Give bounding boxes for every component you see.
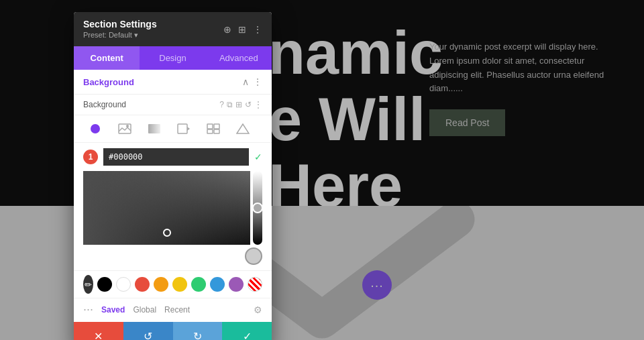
swatch-orange[interactable]: [154, 277, 168, 292]
swatch-striped[interactable]: [248, 277, 262, 292]
svg-point-2: [126, 125, 129, 127]
color-picker-canvas[interactable]: [83, 171, 262, 245]
panel-header-left: Section Settings Preset: Default ▾: [83, 19, 157, 40]
swatch-green[interactable]: [191, 277, 206, 292]
alpha-circle[interactable]: [245, 247, 262, 265]
bg-video-type[interactable]: [172, 119, 196, 138]
svg-rect-7: [214, 124, 219, 129]
svg-rect-8: [207, 129, 213, 133]
svg-rect-4: [178, 124, 187, 133]
bg-mask-type[interactable]: [231, 119, 255, 138]
swatches-row: ✏: [74, 270, 272, 298]
cancel-icon: ✕: [94, 330, 103, 341]
excerpt-text: Your dynamic post excerpt will display h…: [429, 40, 617, 96]
saved-tab[interactable]: Saved: [101, 305, 125, 315]
swatch-black[interactable]: [97, 277, 112, 292]
right-panel: Your dynamic post excerpt will display h…: [429, 40, 617, 136]
hue-thumb: [252, 203, 263, 213]
more-bg-icon[interactable]: ⋮: [254, 100, 262, 109]
background-label-row: Background ? ⧉ ⊞ ↺ ⋮: [74, 95, 272, 115]
bg-color-type[interactable]: [83, 119, 107, 138]
swatch-white[interactable]: [116, 277, 131, 292]
checkmark-icon[interactable]: ✓: [254, 152, 262, 162]
collapse-icon[interactable]: ∧: [242, 76, 249, 87]
badge-1: 1: [83, 150, 98, 164]
picker-cursor: [163, 229, 171, 237]
panel-footer: ✕ ↺ ↻ ✓: [74, 322, 272, 340]
cancel-button[interactable]: ✕: [74, 322, 123, 340]
dots-icon: ···: [370, 278, 384, 293]
reset-icon[interactable]: ↺: [245, 100, 252, 109]
target-icon[interactable]: ⊕: [223, 24, 231, 35]
pencil-button[interactable]: ✏: [83, 275, 93, 294]
undo-button[interactable]: ↺: [123, 322, 173, 340]
background-section-header: Background ∧ ⋮: [74, 70, 272, 95]
confirm-button[interactable]: ✓: [222, 322, 272, 340]
section-settings-panel: Section Settings Preset: Default ▾ ⊕ ⊞ ⋮…: [74, 12, 272, 340]
background-row-icons: ? ⧉ ⊞ ↺ ⋮: [219, 100, 262, 109]
gradient-field[interactable]: [83, 171, 250, 245]
options-icon[interactable]: ⋮: [253, 76, 262, 87]
panel-header-icons: ⊕ ⊞ ⋮: [223, 24, 262, 35]
global-tab[interactable]: Global: [133, 305, 156, 315]
redo-icon: ↻: [193, 330, 202, 341]
layout-icon[interactable]: ⊞: [238, 24, 246, 35]
tab-content[interactable]: Content: [74, 46, 140, 70]
hue-slider[interactable]: [253, 171, 262, 245]
background-label: Background: [83, 100, 126, 109]
svg-rect-9: [214, 129, 219, 133]
swatch-blue[interactable]: [210, 277, 225, 292]
pencil-icon: ✏: [85, 280, 92, 290]
saved-row: ··· Saved Global Recent ⚙: [74, 298, 272, 321]
color-hex-row: 1 ✓: [83, 148, 262, 166]
background-section-title: Background: [83, 77, 134, 87]
recent-tab[interactable]: Recent: [164, 305, 190, 315]
hero-text: namic e Will Here: [268, 20, 443, 219]
dots-bubble-button[interactable]: ···: [362, 270, 392, 300]
more-icon[interactable]: ⋮: [253, 24, 262, 35]
swatch-red[interactable]: [135, 277, 150, 292]
svg-marker-5: [187, 127, 190, 131]
svg-point-0: [91, 124, 100, 133]
swatch-purple[interactable]: [229, 277, 244, 292]
confirm-icon: ✓: [243, 330, 252, 341]
panel-tabs: Content Design Advanced: [74, 46, 272, 70]
bg-image-type[interactable]: [113, 119, 137, 138]
background-section: Background ∧ ⋮ Background ? ⧉ ⊞ ↺ ⋮: [74, 70, 272, 321]
copy-icon[interactable]: ⧉: [227, 100, 233, 109]
read-post-button[interactable]: Read Post: [429, 109, 505, 136]
background-section-controls: ∧ ⋮: [242, 76, 262, 87]
gear-icon[interactable]: ⚙: [254, 304, 262, 315]
help-icon[interactable]: ?: [219, 100, 224, 109]
color-picker-area: 1 ✓: [74, 143, 272, 270]
svg-rect-6: [207, 124, 213, 129]
svg-rect-3: [148, 124, 160, 133]
redo-button[interactable]: ↻: [173, 322, 223, 340]
panel-header: Section Settings Preset: Default ▾ ⊕ ⊞ ⋮: [74, 12, 272, 46]
background-type-row: [74, 115, 272, 143]
saved-more-icon[interactable]: ···: [83, 302, 93, 317]
tab-advanced[interactable]: Advanced: [206, 46, 272, 70]
panel-body: Background ∧ ⋮ Background ? ⧉ ⊞ ↺ ⋮: [74, 70, 272, 321]
bg-gradient-type[interactable]: [142, 119, 166, 138]
bg-pattern-type[interactable]: [201, 119, 225, 138]
panel-title: Section Settings: [83, 19, 157, 30]
swatch-yellow[interactable]: [172, 277, 187, 292]
alpha-row: [83, 245, 262, 268]
grid-icon[interactable]: ⊞: [235, 100, 242, 109]
tab-design[interactable]: Design: [140, 46, 205, 70]
hex-input[interactable]: [103, 148, 249, 166]
undo-icon: ↺: [144, 330, 152, 341]
panel-preset[interactable]: Preset: Default ▾: [83, 31, 157, 40]
